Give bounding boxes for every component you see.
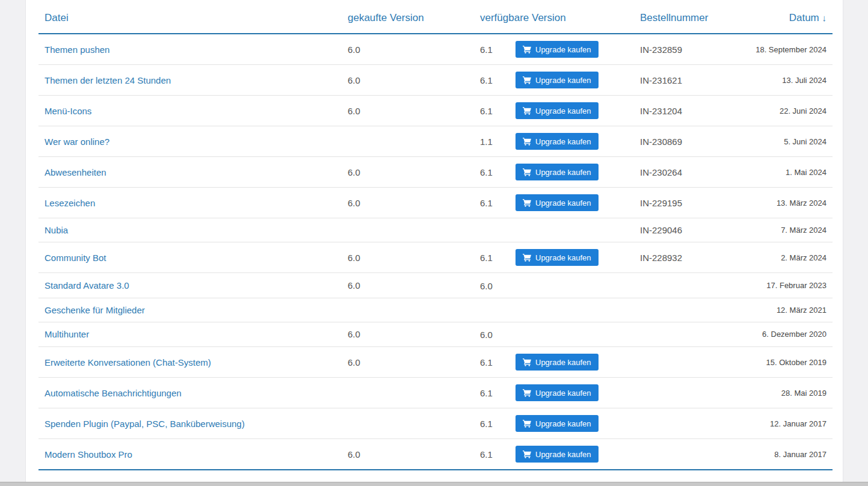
- order-number-cell: [634, 273, 736, 298]
- buy-upgrade-button[interactable]: Upgrade kaufen: [516, 72, 599, 88]
- column-header-order-number[interactable]: Bestellnummer: [634, 5, 736, 34]
- available-version-value: 6.0: [480, 330, 516, 340]
- purchased-version-cell: 6.0: [342, 347, 474, 378]
- table-row: Automatische Benachrichtigungen 6.1 Upgr…: [38, 378, 833, 408]
- available-version-value: 6.1: [480, 45, 516, 55]
- column-header-available-version[interactable]: verfügbare Version: [474, 5, 634, 34]
- date-cell: 13. März 2024: [736, 188, 833, 218]
- purchased-version-cell: 6.0: [342, 273, 474, 298]
- table-row: Multihunter 6.0 6.0 6. Dezember 2020: [38, 322, 833, 347]
- purchased-version-cell: 6.0: [342, 439, 474, 470]
- cart-icon: [523, 198, 531, 207]
- available-version-value: 6.1: [480, 198, 516, 208]
- purchased-version-cell: [342, 378, 474, 408]
- date-cell: 1. Mai 2024: [736, 157, 833, 188]
- file-link[interactable]: Community Bot: [45, 253, 106, 263]
- file-link[interactable]: Erweiterte Konversationen (Chat-System): [45, 357, 211, 368]
- buy-upgrade-button-label: Upgrade kaufen: [535, 358, 591, 367]
- available-version-value: 6.1: [480, 449, 516, 460]
- file-link[interactable]: Menü-Icons: [45, 106, 91, 116]
- date-cell: 8. Januar 2017: [736, 439, 833, 470]
- table-row: Geschenke für Mitglieder 12. März 2021: [38, 298, 833, 322]
- cart-icon: [523, 450, 531, 458]
- buy-upgrade-button-label: Upgrade kaufen: [535, 419, 591, 428]
- purchased-files-table: Datei gekaufte Version verfügbare Versio…: [38, 5, 833, 470]
- available-version-cell: 1.1 Upgrade kaufen: [474, 126, 634, 157]
- buy-upgrade-button-label: Upgrade kaufen: [535, 389, 591, 398]
- buy-upgrade-button[interactable]: Upgrade kaufen: [516, 133, 599, 150]
- file-link[interactable]: Themen der letzten 24 Stunden: [45, 75, 171, 85]
- purchased-version-cell: 6.0: [342, 34, 474, 65]
- order-number-cell: IN-231621: [634, 65, 736, 96]
- buy-upgrade-button[interactable]: Upgrade kaufen: [516, 194, 599, 211]
- buy-upgrade-button[interactable]: Upgrade kaufen: [516, 41, 599, 58]
- file-link[interactable]: Lesezeichen: [45, 198, 95, 208]
- file-link[interactable]: Geschenke für Mitglieder: [45, 305, 145, 315]
- date-cell: 5. Juni 2024: [736, 126, 833, 157]
- file-link[interactable]: Spenden Plugin (Paypal, PSC, Banküberwei…: [45, 419, 245, 429]
- order-number-cell: IN-231204: [634, 96, 736, 126]
- buy-upgrade-button-label: Upgrade kaufen: [535, 106, 591, 115]
- table-header: Datei gekaufte Version verfügbare Versio…: [38, 5, 833, 34]
- date-cell: 22. Juni 2024: [736, 96, 833, 126]
- order-number-cell: [634, 322, 736, 347]
- table-row: Community Bot 6.0 6.1 Upgrade kaufen IN-…: [38, 242, 833, 273]
- cart-icon: [523, 45, 531, 54]
- file-link[interactable]: Abwesenheiten: [45, 167, 106, 177]
- table-body: Themen pushen 6.0 6.1 Upgrade kaufen IN-…: [38, 34, 833, 470]
- file-link[interactable]: Wer war online?: [45, 137, 109, 147]
- order-number-cell: IN-230264: [634, 157, 736, 188]
- date-cell: 12. März 2021: [736, 298, 833, 322]
- buy-upgrade-button[interactable]: Upgrade kaufen: [516, 446, 599, 463]
- file-link[interactable]: Automatische Benachrichtigungen: [45, 388, 182, 398]
- file-link[interactable]: Nubia: [45, 225, 68, 235]
- available-version-value: 6.1: [480, 253, 516, 263]
- date-cell: 15. Oktober 2019: [736, 347, 833, 378]
- purchased-version-cell: 6.0: [342, 322, 474, 347]
- table-row: Abwesenheiten 6.0 6.1 Upgrade kaufen IN-…: [38, 157, 833, 188]
- table-row: Lesezeichen 6.0 6.1 Upgrade kaufen IN-22…: [38, 188, 833, 218]
- available-version-cell: 6.1 Upgrade kaufen: [474, 188, 634, 218]
- buy-upgrade-button-label: Upgrade kaufen: [535, 253, 591, 262]
- column-header-file[interactable]: Datei: [38, 5, 342, 34]
- column-header-date-label: Datum: [789, 12, 819, 23]
- table-row: Menü-Icons 6.0 6.1 Upgrade kaufen IN-231…: [38, 96, 833, 126]
- table-row: Modern Shoutbox Pro 6.0 6.1 Upgrade kauf…: [38, 439, 833, 470]
- horizontal-scrollbar: [0, 482, 868, 486]
- buy-upgrade-button[interactable]: Upgrade kaufen: [516, 102, 599, 119]
- file-link[interactable]: Standard Avatare 3.0: [45, 280, 129, 291]
- cart-icon: [523, 168, 531, 176]
- file-link[interactable]: Multihunter: [45, 329, 89, 339]
- horizontal-scrollbar-thumb[interactable]: [0, 482, 868, 486]
- available-version-value: 6.1: [480, 167, 516, 177]
- available-version-cell: 6.1 Upgrade kaufen: [474, 347, 634, 378]
- cart-icon: [523, 137, 531, 146]
- date-cell: 13. Juli 2024: [736, 65, 833, 96]
- column-header-purchased-version[interactable]: gekaufte Version: [342, 5, 474, 34]
- table-row: Standard Avatare 3.0 6.0 6.0 17. Februar…: [38, 273, 833, 298]
- purchased-version-cell: [342, 298, 474, 322]
- order-number-cell: [634, 378, 736, 408]
- buy-upgrade-button-label: Upgrade kaufen: [535, 450, 591, 459]
- purchased-version-cell: 6.0: [342, 96, 474, 126]
- available-version-value: 6.1: [480, 419, 516, 429]
- available-version-cell: [474, 218, 634, 242]
- available-version-cell: 6.1 Upgrade kaufen: [474, 408, 634, 439]
- buy-upgrade-button[interactable]: Upgrade kaufen: [516, 249, 599, 266]
- purchased-version-cell: [342, 218, 474, 242]
- column-header-date[interactable]: Datum ↓: [736, 5, 833, 34]
- buy-upgrade-button[interactable]: Upgrade kaufen: [516, 415, 599, 432]
- buy-upgrade-button[interactable]: Upgrade kaufen: [516, 384, 599, 401]
- buy-upgrade-button[interactable]: Upgrade kaufen: [516, 164, 599, 180]
- buy-upgrade-button-label: Upgrade kaufen: [535, 76, 591, 85]
- file-link[interactable]: Modern Shoutbox Pro: [45, 449, 132, 460]
- order-number-cell: IN-229195: [634, 188, 736, 218]
- buy-upgrade-button[interactable]: Upgrade kaufen: [516, 354, 599, 371]
- purchased-version-cell: 6.0: [342, 65, 474, 96]
- order-number-cell: [634, 347, 736, 378]
- order-number-cell: IN-232859: [634, 34, 736, 65]
- date-cell: 6. Dezember 2020: [736, 322, 833, 347]
- available-version-cell: 6.1 Upgrade kaufen: [474, 242, 634, 273]
- table-row: Themen der letzten 24 Stunden 6.0 6.1 Up…: [38, 65, 833, 96]
- file-link[interactable]: Themen pushen: [45, 45, 109, 55]
